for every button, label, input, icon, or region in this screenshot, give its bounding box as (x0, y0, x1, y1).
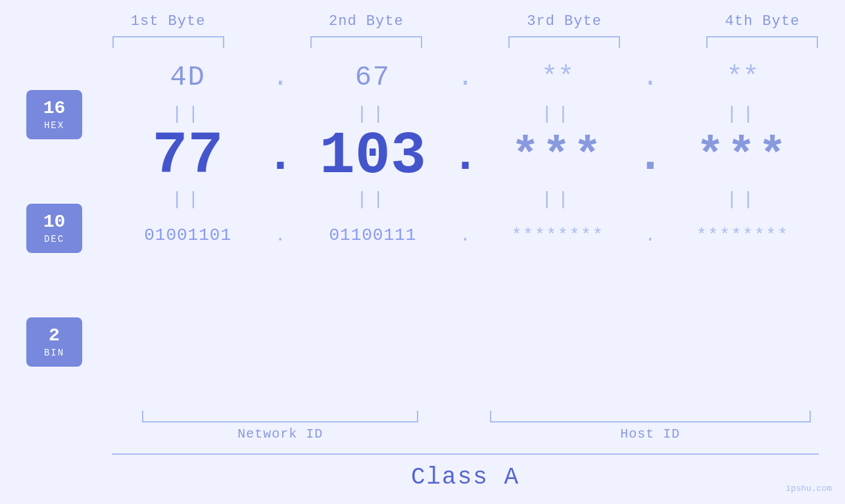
bin-byte1: 01001101 (112, 225, 264, 245)
eq2-byte1: || (112, 189, 264, 210)
bin-byte3: ******** (482, 225, 634, 245)
bracket-cell-4 (664, 36, 845, 48)
dec-dot-2: . (449, 128, 482, 185)
watermark: ipshu.com (786, 484, 832, 493)
dec-row: 77 . 103 . *** . *** (112, 124, 819, 189)
hex-number: 16 (43, 99, 66, 118)
main-container: 1st Byte 2nd Byte 3rd Byte 4th Byte 16 H… (0, 0, 845, 504)
content-area: 16 HEX 10 DEC 2 BIN 4D . (26, 51, 819, 405)
hex-byte1: 4D (112, 62, 264, 93)
eq1-byte4: || (667, 104, 819, 124)
eq1-byte3: || (482, 104, 634, 124)
class-section: Class A (112, 453, 819, 491)
equals-2-2: || (356, 189, 389, 210)
eq1-byte2: || (297, 104, 448, 124)
bin-dot-3: . (634, 225, 667, 246)
hex-dot-3: . (634, 62, 667, 93)
bin-dot-icon-1: . (275, 225, 286, 246)
class-label: Class A (411, 464, 519, 491)
dec-name: DEC (44, 234, 64, 244)
equals-2-4: || (727, 189, 760, 210)
dec-dot-icon-2: . (451, 128, 479, 185)
hex-dot-icon-2: . (457, 62, 473, 93)
byte-label-1: 1st Byte (69, 13, 267, 30)
dec-dot-1: . (264, 128, 297, 185)
labels-col: 16 HEX 10 DEC 2 BIN (26, 51, 112, 405)
equals-1-3: || (541, 104, 574, 124)
host-id-label: Host ID (620, 426, 680, 442)
top-bracket-3 (508, 36, 620, 48)
dec-byte3: *** (482, 129, 634, 183)
hex-row: 4D . 67 . ** . ** (112, 51, 819, 104)
host-id-bracket (490, 411, 811, 423)
byte-label-3: 3rd Byte (466, 13, 664, 30)
bin-byte2: 01100111 (297, 225, 448, 245)
equals-2-3: || (541, 189, 574, 210)
eq1-byte1: || (112, 104, 264, 124)
class-bracket-line (112, 453, 819, 455)
hex-val-4: ** (726, 62, 759, 93)
equals-row-2: || || || || (112, 189, 819, 209)
dec-dot-3: . (634, 129, 667, 183)
bracket-cell-2 (267, 36, 465, 48)
dec-byte1: 77 (112, 127, 264, 186)
equals-1-1: || (172, 104, 205, 124)
hex-byte4: ** (667, 62, 819, 93)
bin-val-4: ******** (696, 225, 789, 245)
byte-label-2: 2nd Byte (267, 13, 465, 30)
bin-val-3: ******** (512, 225, 604, 245)
dec-dot-icon-1: . (266, 128, 295, 185)
hex-dot-2: . (449, 62, 482, 93)
top-bracket-1 (112, 36, 224, 48)
bin-name: BIN (44, 348, 64, 358)
dec-byte2: 103 (297, 127, 448, 186)
bin-dot-2: . (449, 225, 482, 246)
top-bracket-row (69, 36, 845, 48)
byte-labels-row: 1st Byte 2nd Byte 3rd Byte 4th Byte (69, 13, 845, 30)
hex-dot-icon-3: . (642, 62, 658, 93)
equals-2-1: || (172, 189, 205, 210)
hex-dot-icon-1: . (272, 62, 289, 93)
dec-val-1: 77 (153, 127, 224, 186)
dec-dot-icon-3: . (636, 129, 664, 183)
dec-val-2: 103 (320, 127, 426, 186)
bin-dot-icon-3: . (644, 225, 656, 246)
bottom-section: Network ID Host ID Class A (26, 411, 819, 491)
bin-row: 01001101 . 01100111 . ******** . (112, 209, 819, 262)
hex-byte2: 67 (297, 62, 448, 93)
hex-val-2: 67 (355, 62, 391, 93)
hex-val-3: ** (541, 62, 574, 93)
bin-number: 2 (49, 327, 60, 345)
top-bracket-4 (706, 36, 818, 48)
equals-row-1: || || || || (112, 104, 819, 124)
eq2-byte4: || (667, 189, 819, 210)
dec-byte4: *** (667, 129, 819, 183)
equals-1-4: || (727, 104, 760, 124)
bin-dot-1: . (264, 225, 297, 246)
bin-dot-icon-2: . (460, 225, 471, 246)
hex-badge: 16 HEX (26, 90, 82, 139)
hex-name: HEX (44, 120, 64, 131)
network-id-section: Network ID (112, 411, 449, 442)
byte-label-4: 4th Byte (664, 13, 845, 30)
network-id-label: Network ID (237, 426, 323, 442)
eq2-byte2: || (297, 189, 448, 210)
host-id-section: Host ID (482, 411, 819, 442)
dec-number: 10 (43, 213, 66, 231)
dec-badge: 10 DEC (26, 204, 82, 253)
dec-val-4: *** (696, 129, 790, 183)
bracket-cell-3 (466, 36, 664, 48)
bin-byte4: ******** (667, 225, 819, 245)
top-bracket-2 (310, 36, 422, 48)
bin-val-2: 01100111 (329, 225, 416, 245)
hex-val-1: 4D (170, 62, 205, 93)
bin-badge: 2 BIN (26, 317, 82, 367)
hex-dot-1: . (264, 62, 297, 93)
equals-1-2: || (356, 104, 389, 124)
bracket-cell-1 (69, 36, 267, 48)
hex-byte3: ** (482, 62, 634, 93)
dec-val-3: *** (511, 129, 604, 183)
eq2-byte3: || (482, 189, 634, 210)
network-id-bracket (142, 411, 418, 423)
bin-val-1: 01001101 (144, 225, 231, 245)
